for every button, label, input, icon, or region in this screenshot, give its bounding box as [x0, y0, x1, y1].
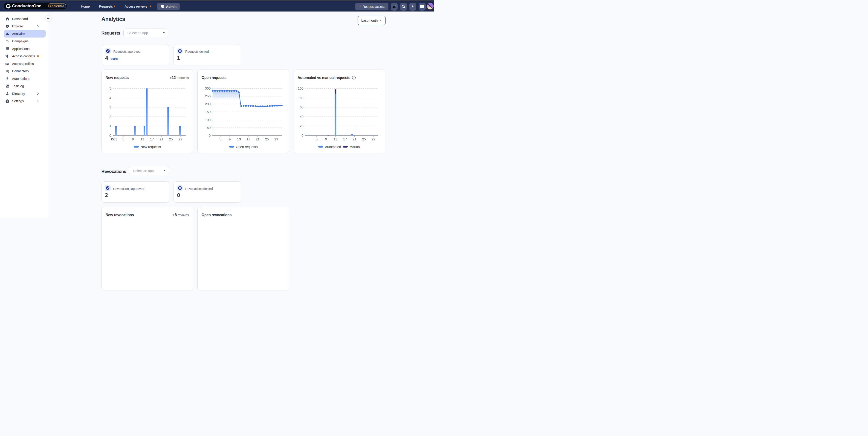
- svg-text:5: 5: [122, 137, 124, 141]
- svg-text:17: 17: [246, 137, 250, 141]
- svg-text:100: 100: [205, 118, 211, 122]
- svg-text:0: 0: [110, 134, 112, 138]
- svg-text:80: 80: [300, 96, 303, 100]
- svg-text:21: 21: [256, 137, 259, 141]
- svg-text:0: 0: [209, 134, 211, 138]
- svg-text:5: 5: [315, 137, 317, 141]
- svg-text:29: 29: [179, 137, 182, 141]
- svg-text:40: 40: [300, 115, 303, 119]
- svg-text:5: 5: [220, 137, 221, 141]
- svg-text:17: 17: [343, 137, 347, 141]
- svg-text:100: 100: [298, 86, 303, 90]
- svg-text:300: 300: [205, 86, 211, 90]
- svg-text:50: 50: [207, 126, 211, 129]
- svg-text:25: 25: [265, 137, 269, 141]
- svg-text:0: 0: [302, 134, 303, 138]
- svg-text:250: 250: [205, 94, 211, 98]
- svg-text:21: 21: [352, 137, 356, 141]
- svg-text:4: 4: [110, 96, 112, 100]
- svg-text:13: 13: [237, 137, 241, 141]
- svg-text:1: 1: [110, 124, 112, 128]
- svg-text:29: 29: [275, 137, 278, 141]
- svg-text:17: 17: [150, 137, 154, 141]
- svg-text:13: 13: [141, 137, 144, 141]
- svg-text:150: 150: [205, 110, 211, 114]
- svg-text:2: 2: [110, 115, 112, 119]
- svg-text:3: 3: [110, 105, 112, 109]
- svg-text:60: 60: [300, 105, 303, 109]
- svg-text:25: 25: [362, 137, 366, 141]
- svg-text:9: 9: [325, 137, 327, 141]
- svg-text:9: 9: [132, 137, 134, 141]
- svg-text:20: 20: [300, 124, 303, 128]
- svg-text:21: 21: [160, 137, 163, 141]
- svg-text:25: 25: [169, 137, 173, 141]
- svg-text:Oct: Oct: [111, 137, 117, 141]
- svg-text:9: 9: [229, 137, 230, 141]
- svg-text:5: 5: [110, 86, 112, 90]
- svg-text:200: 200: [205, 102, 211, 106]
- svg-text:13: 13: [334, 137, 337, 141]
- svg-text:29: 29: [371, 137, 375, 141]
